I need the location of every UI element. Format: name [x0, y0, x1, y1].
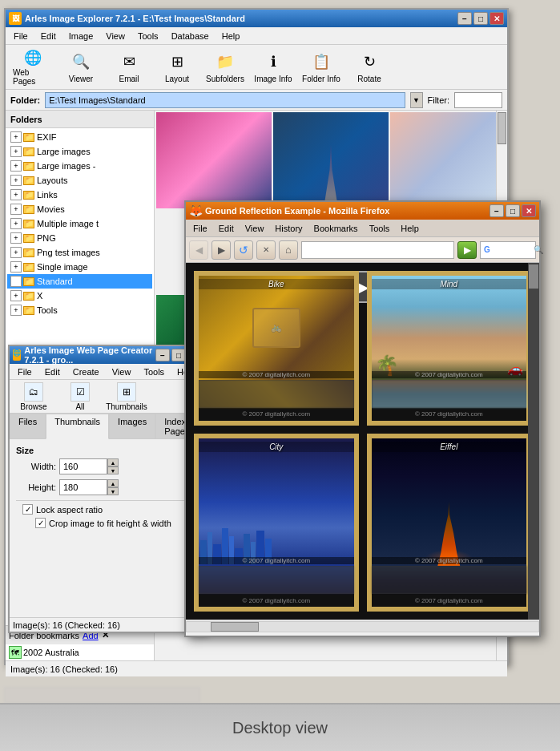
ff-menu-edit[interactable]: Edit [215, 223, 238, 234]
ff-menu-bookmarks[interactable]: Bookmarks [310, 223, 362, 234]
gallery-item-city[interactable]: City [194, 434, 359, 612]
toolbar-subfolders[interactable]: 📁 Subfolders [203, 48, 248, 87]
firefox-scroll-thumb[interactable] [529, 264, 538, 289]
firefox-maximize-button[interactable]: □ [506, 204, 520, 217]
tree-item-exif[interactable]: + 📁 EXIF [7, 130, 152, 144]
thumbnail-3[interactable] [390, 112, 506, 208]
creator-browse-button[interactable]: 🗂 Browse [13, 382, 54, 411]
creator-menu-view[interactable]: View [107, 365, 136, 378]
tree-item-tools[interactable]: + 📁 Tools [7, 303, 152, 317]
firefox-close-button[interactable]: ✕ [522, 204, 536, 217]
firefox-h-thumb[interactable] [211, 622, 259, 632]
search-icon[interactable]: 🔍 [534, 245, 543, 254]
crop-checkbox[interactable]: ✓ [35, 518, 46, 528]
tree-item-movies[interactable]: + 📁 Movies [7, 202, 152, 216]
menu-database[interactable]: Database [167, 30, 214, 42]
creator-minimize-button[interactable]: − [155, 349, 170, 361]
width-spin-up[interactable]: ▲ [107, 458, 119, 466]
menu-tools[interactable]: Tools [133, 30, 163, 42]
tab-files[interactable]: Files [10, 414, 46, 438]
tree-item-links[interactable]: + 📁 Links [7, 188, 152, 202]
tree-expand-multi[interactable]: + [10, 218, 22, 229]
creator-all-button[interactable]: ☑ All [59, 382, 101, 411]
tree-expand-tools[interactable]: + [10, 305, 22, 316]
tree-item-large-images2[interactable]: + 📁 Large images - [7, 159, 152, 173]
tree-item-x[interactable]: + 📁 X [7, 289, 152, 303]
tree-expand-links[interactable]: + [10, 189, 22, 200]
toolbar-web-pages[interactable]: 🌐 Web Pages [10, 48, 55, 87]
ff-menu-view[interactable]: View [241, 223, 268, 234]
tree-expand-png-test[interactable]: + [10, 247, 22, 258]
firefox-h-scrollbar[interactable] [186, 621, 539, 632]
gallery-item-bike[interactable]: Bike 🚲 © 2007 digitallyitch.com © 2007 d… [194, 271, 359, 426]
tree-expand-x[interactable]: + [10, 290, 22, 301]
tab-thumbnails[interactable]: Thumbnails [46, 414, 109, 439]
lock-aspect-checkbox[interactable]: ✓ [22, 504, 33, 515]
home-button[interactable]: ⌂ [279, 240, 298, 260]
creator-menu-edit[interactable]: Edit [40, 365, 65, 378]
creator-menu-tools[interactable]: Tools [139, 365, 169, 378]
toolbar-image-info[interactable]: ℹ Image Info [251, 48, 296, 87]
firefox-scrollbar[interactable] [528, 263, 539, 620]
minimize-button[interactable]: − [457, 12, 472, 25]
folder-path-input[interactable] [45, 92, 405, 108]
thumbnail-1[interactable] [156, 112, 272, 208]
search-input[interactable] [492, 245, 532, 254]
tree-expand-png[interactable]: + [10, 232, 22, 244]
tree-item-multi[interactable]: + 📁 Multiple image t [7, 216, 152, 231]
tree-item-png-test[interactable]: + 📁 Png test images [7, 245, 152, 260]
bookmark-2002-australia[interactable]: 🗺 2002 Australia [6, 644, 154, 660]
close-button[interactable]: ✕ [489, 12, 504, 25]
tree-expand-large[interactable]: + [10, 146, 22, 157]
tree-expand-movies[interactable]: + [10, 204, 22, 215]
reload-button[interactable]: ↺ [234, 240, 253, 260]
creator-menu-file[interactable]: File [13, 365, 37, 378]
ff-menu-file[interactable]: File [189, 223, 212, 234]
tree-item-standard[interactable]: + 📁 Standard [7, 274, 152, 289]
thumbnail-2[interactable] [273, 112, 389, 208]
scrollbar-thumb[interactable] [498, 112, 506, 144]
ff-menu-help[interactable]: Help [397, 223, 423, 234]
tree-item-single[interactable]: + 📁 Single image [7, 260, 152, 274]
stop-button[interactable]: ✕ [256, 240, 276, 260]
filter-input[interactable] [454, 92, 502, 108]
ff-menu-history[interactable]: History [271, 223, 306, 234]
tab-images[interactable]: Images [109, 414, 155, 438]
size-section-title: Size [16, 446, 199, 455]
tree-item-layouts[interactable]: + 📁 Layouts [7, 173, 152, 188]
toolbar-folder-info[interactable]: 📋 Folder Info [299, 48, 344, 87]
gallery-item-eiffel[interactable]: Eiffel © 2007 digitallyitch.com © 2007 d… [367, 434, 532, 612]
tree-expand-single[interactable]: + [10, 261, 22, 273]
height-spin-down[interactable]: ▼ [107, 487, 119, 495]
toolbar-email[interactable]: ✉ Email [107, 48, 151, 87]
folder-dropdown-button[interactable]: ▼ [410, 92, 423, 108]
go-button[interactable]: ▶ [457, 241, 477, 259]
url-bar[interactable] [301, 241, 454, 259]
width-spin-down[interactable]: ▼ [107, 466, 119, 474]
tree-item-large-images[interactable]: + 📁 Large images [7, 144, 152, 159]
forward-button[interactable]: ▶ [212, 240, 231, 260]
toolbar-rotate[interactable]: ↻ Rotate [347, 48, 392, 87]
creator-menu-create[interactable]: Create [68, 365, 104, 378]
menu-file[interactable]: File [9, 30, 33, 42]
tree-item-png[interactable]: + 📁 PNG [7, 231, 152, 245]
firefox-minimize-button[interactable]: − [489, 204, 504, 217]
width-input[interactable] [59, 458, 107, 474]
menu-view[interactable]: View [101, 30, 130, 42]
menu-image[interactable]: Image [64, 30, 99, 42]
tree-expand-exif[interactable]: + [10, 131, 22, 143]
maximize-button[interactable]: □ [473, 12, 488, 25]
menu-help[interactable]: Help [217, 30, 245, 42]
ff-menu-tools[interactable]: Tools [365, 223, 394, 234]
back-button[interactable]: ◀ [189, 240, 208, 260]
menu-edit[interactable]: Edit [36, 30, 61, 42]
height-spin-up[interactable]: ▲ [107, 479, 119, 487]
creator-thumbnails-button[interactable]: ⊞ Thumbnails [106, 382, 147, 411]
tree-expand-standard[interactable]: + [10, 276, 22, 287]
gallery-item-palm[interactable]: Mind 🌴 🚗 © 2007 digitallyitch.com © 2007… [367, 271, 532, 426]
toolbar-layout[interactable]: ⊞ Layout [155, 48, 199, 87]
tree-expand-large2[interactable]: + [10, 160, 22, 172]
toolbar-viewer[interactable]: 🔍 Viewer [58, 48, 103, 87]
height-input[interactable] [59, 479, 107, 495]
tree-expand-layouts[interactable]: + [10, 175, 22, 186]
